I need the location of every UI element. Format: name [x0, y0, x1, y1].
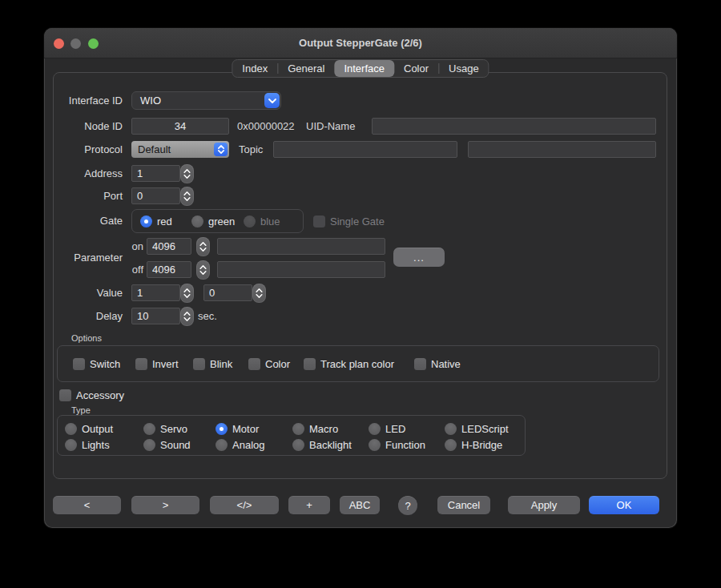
interface-id-value: WIO — [140, 92, 161, 109]
radio-icon[interactable] — [143, 423, 155, 435]
checkbox-track-plan-color[interactable]: Track plan color — [304, 356, 394, 372]
titlebar: Output StepperGate (2/6) — [44, 28, 677, 58]
value-label: Value — [54, 284, 123, 301]
checkbox-icon[interactable] — [193, 358, 205, 370]
parameter-on-stepper[interactable] — [196, 237, 210, 256]
type-radio-macro[interactable]: Macro — [292, 421, 338, 437]
help-button[interactable]: ? — [398, 496, 417, 515]
value-input-1[interactable] — [131, 284, 180, 301]
checkbox-icon[interactable] — [414, 358, 426, 370]
type-radio-led-label: LED — [385, 423, 405, 435]
checkbox-color[interactable]: Color — [248, 356, 290, 372]
checkbox-native[interactable]: Native — [414, 356, 461, 372]
radio-icon[interactable] — [369, 423, 381, 435]
radio-icon[interactable] — [292, 439, 304, 451]
interface-id-combobox[interactable]: WIO — [131, 91, 281, 110]
chevron-up-down-icon[interactable] — [214, 143, 228, 156]
checkbox-icon[interactable] — [59, 389, 71, 401]
value-stepper-1[interactable] — [180, 284, 194, 303]
checkbox-icon[interactable] — [248, 358, 260, 370]
add-button[interactable]: + — [288, 496, 330, 514]
type-radio-sound[interactable]: Sound — [143, 437, 191, 453]
gate-radio-red[interactable]: red — [140, 213, 172, 229]
uid-name-input[interactable] — [372, 118, 656, 135]
type-radio-hbridge[interactable]: H-Bridge — [445, 437, 502, 453]
tab-usage[interactable]: Usage — [439, 60, 489, 77]
node-id-label: Node ID — [54, 118, 123, 135]
address-input[interactable] — [131, 165, 180, 182]
type-radio-lights[interactable]: Lights — [65, 437, 110, 453]
parameter-on-label: on — [126, 238, 143, 255]
type-radio-led[interactable]: LED — [369, 421, 405, 437]
node-id-hex: 0x00000022 — [237, 118, 295, 135]
topic-input[interactable] — [273, 141, 457, 158]
tab-general[interactable]: General — [278, 60, 334, 77]
node-id-input[interactable] — [131, 118, 229, 135]
type-radio-servo-label: Servo — [160, 423, 187, 435]
prev-button[interactable]: < — [53, 496, 121, 514]
ok-button[interactable]: OK — [589, 496, 659, 514]
checkbox-invert[interactable]: Invert — [135, 356, 179, 372]
type-radio-output-label: Output — [82, 423, 113, 435]
radio-icon[interactable] — [191, 215, 203, 228]
type-radio-function[interactable]: Function — [369, 437, 425, 453]
parameter-off-text-input[interactable] — [217, 261, 385, 278]
radio-icon[interactable] — [140, 215, 152, 228]
next-button[interactable]: > — [131, 496, 199, 514]
type-radio-analog[interactable]: Analog — [215, 437, 264, 453]
delay-input[interactable] — [131, 308, 180, 324]
checkbox-switch[interactable]: Switch — [73, 356, 120, 372]
checkbox-blink-label: Blink — [210, 358, 232, 370]
tab-index[interactable]: Index — [232, 60, 277, 77]
radio-icon[interactable] — [215, 423, 228, 435]
gate-radio-blue-label: blue — [260, 215, 280, 228]
tab-interface[interactable]: Interface — [334, 60, 394, 77]
checkbox-blink[interactable]: Blink — [193, 356, 232, 372]
type-radio-output[interactable]: Output — [65, 421, 113, 437]
radio-icon[interactable] — [445, 439, 457, 451]
radio-icon[interactable] — [65, 439, 77, 451]
chevron-down-icon[interactable] — [264, 93, 280, 108]
interface-tab-panel: Interface ID WIO Node ID 0x00000022 UID-… — [53, 72, 667, 479]
window-title: Output StepperGate (2/6) — [44, 28, 677, 58]
checkbox-icon[interactable] — [304, 358, 316, 370]
value-stepper-2[interactable] — [252, 284, 266, 303]
type-radio-ledscript[interactable]: LEDScript — [445, 421, 509, 437]
delay-stepper[interactable] — [180, 307, 194, 326]
address-stepper[interactable] — [180, 164, 194, 183]
port-stepper[interactable] — [180, 187, 194, 206]
parameter-off-input[interactable] — [147, 261, 191, 278]
checkbox-invert-label: Invert — [152, 358, 179, 370]
checkbox-icon[interactable] — [73, 358, 85, 370]
checkbox-icon[interactable] — [135, 358, 147, 370]
uid-name-label: UID-Name — [306, 118, 355, 135]
tab-color[interactable]: Color — [394, 60, 438, 77]
protocol-popup[interactable]: Default — [131, 141, 229, 158]
gate-radio-green[interactable]: green — [191, 213, 235, 229]
protocol-label: Protocol — [54, 141, 123, 158]
cancel-button[interactable]: Cancel — [437, 496, 490, 514]
apply-button[interactable]: Apply — [508, 496, 580, 514]
radio-icon[interactable] — [143, 439, 155, 451]
abc-button[interactable]: ABC — [340, 496, 380, 514]
parameter-on-input[interactable] — [147, 238, 191, 255]
radio-icon[interactable] — [369, 439, 381, 451]
code-button[interactable]: </> — [210, 496, 279, 514]
topic-input-2[interactable] — [468, 141, 656, 158]
single-gate-checkbox: Single Gate — [313, 213, 385, 229]
value-input-2[interactable] — [203, 284, 252, 301]
parameter-on-text-input[interactable] — [217, 238, 385, 255]
parameter-off-stepper[interactable] — [196, 260, 210, 280]
gate-radio-green-label: green — [208, 215, 235, 228]
port-input[interactable] — [131, 187, 180, 204]
checkbox-accessory[interactable]: Accessory — [59, 387, 124, 403]
radio-icon[interactable] — [445, 423, 457, 435]
more-options-button[interactable]: ... — [393, 248, 445, 267]
radio-icon[interactable] — [65, 423, 77, 435]
single-gate-label: Single Gate — [330, 215, 385, 228]
type-radio-servo[interactable]: Servo — [143, 421, 187, 437]
radio-icon[interactable] — [215, 439, 228, 451]
radio-icon[interactable] — [292, 423, 304, 435]
type-radio-backlight[interactable]: Backlight — [292, 437, 352, 453]
type-radio-motor[interactable]: Motor — [215, 421, 259, 437]
